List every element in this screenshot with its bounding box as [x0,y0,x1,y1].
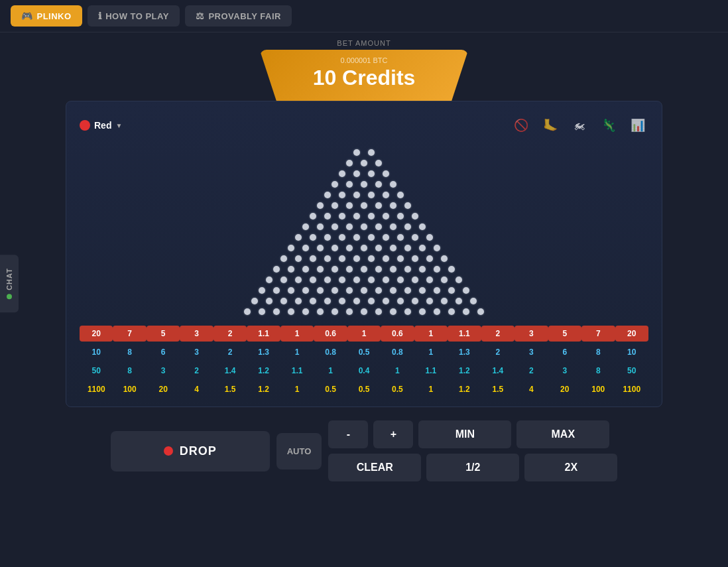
multiplier-cell: 1 [414,326,448,342]
peg [361,287,367,294]
multiplier-cell: 1.1 [280,363,314,379]
peg-row [240,308,488,315]
chat-label: CHAT [5,268,13,290]
drop-dot [164,446,173,456]
multiplier-cell: 1.2 [247,363,280,379]
multiplier-cell: 1.4 [213,363,247,379]
peg-row [269,266,459,273]
peg [397,277,404,283]
peg [346,181,353,188]
minus-button[interactable]: - [328,420,368,448]
peg [346,223,353,230]
max-button[interactable]: MAX [516,420,609,448]
bet-amount-box: 0.000001 BTC 10 Credits [260,50,469,101]
chat-sidebar[interactable]: CHAT [0,255,19,313]
multiplier-cell: 1.1 [247,326,280,342]
icon-btn-3[interactable]: 🏍 [569,115,590,136]
peg [332,223,338,230]
peg [390,202,396,209]
multiplier-cell: 1.4 [481,363,515,379]
peg [412,213,418,220]
peg [361,181,367,188]
peg [353,213,360,220]
peg [361,223,367,230]
peg [375,160,382,166]
peg [390,245,396,251]
peg-row [247,298,481,304]
peg [434,308,440,315]
peg [302,308,309,315]
peg [310,255,316,262]
peg [295,234,302,241]
min-button[interactable]: MIN [418,420,511,448]
peg [317,202,324,209]
multiplier-cell: 20 [80,326,113,342]
clear-button[interactable]: CLEAR [328,454,421,481]
peg [332,202,338,209]
peg [375,245,382,251]
peg [426,298,433,304]
peg [368,298,375,304]
bottom-controls: DROP AUTO - + MIN MAX CLEAR 1/2 2X [78,407,651,495]
peg [353,277,360,283]
half-button[interactable]: 1/2 [426,454,519,481]
double-button[interactable]: 2X [524,454,617,481]
peg [361,266,367,273]
peg [383,234,389,241]
peg [273,266,280,273]
peg [295,255,302,262]
peg [390,181,396,188]
icon-btn-4[interactable]: 🦎 [598,115,619,136]
peg [332,181,338,188]
multiplier-cell: 6 [147,344,180,360]
peg [339,234,345,241]
peg [346,202,353,209]
peg [434,245,440,251]
howto-nav-button[interactable]: ℹ HOW TO PLAY [88,5,180,27]
multiplier-cell: 1 [280,344,314,360]
icon-btn-5[interactable]: 📊 [627,115,648,136]
peg [448,308,455,315]
peg [383,192,389,198]
peg [339,192,345,198]
multiplier-cell: 20 [147,381,180,397]
multiplier-cell: 100 [113,381,146,397]
peg [463,287,469,294]
peg [332,266,338,273]
peg [295,277,302,283]
peg [302,266,309,273]
info-icon: ℹ [98,11,102,21]
icon-btn-2[interactable]: 🦶 [540,115,561,136]
peg [375,266,382,273]
multiplier-cell: 3 [180,344,213,360]
multiplier-cell: 10 [80,344,113,360]
plinko-nav-button[interactable]: 🎮 PLINKO [11,5,82,27]
peg [353,192,360,198]
peg [361,245,367,251]
color-selector[interactable]: Red ▼ [80,120,122,131]
multiplier-cell: 1.1 [414,363,448,379]
auto-button[interactable]: AUTO [276,433,322,470]
peg [353,255,360,262]
multiplier-cell: 10 [615,344,648,360]
peg [448,266,455,273]
peg [397,298,404,304]
peg [324,277,331,283]
peg [302,245,309,251]
bet-btc-value: 0.000001 BTC [313,56,416,64]
peg [295,298,302,304]
top-navigation: 🎮 PLINKO ℹ HOW TO PLAY ⚖ PROVABLY FAIR [0,0,728,32]
fair-nav-button[interactable]: ⚖ PROVABLY FAIR [185,5,292,27]
multiplier-cell: 5 [147,326,180,342]
peg [361,308,367,315]
multiplier-cell: 2 [481,326,515,342]
plus-button[interactable]: + [373,420,413,448]
icon-btn-1[interactable]: 🚫 [511,115,532,136]
multiplier-cell: 50 [80,363,113,379]
game-wrapper: BET AMOUNT 0.000001 BTC 10 Credits Red ▼… [0,32,728,508]
multiplier-cell: 4 [515,381,548,397]
peg [324,213,331,220]
drop-button[interactable]: DROP [111,431,270,472]
peg-row [342,160,386,166]
peg [332,287,338,294]
